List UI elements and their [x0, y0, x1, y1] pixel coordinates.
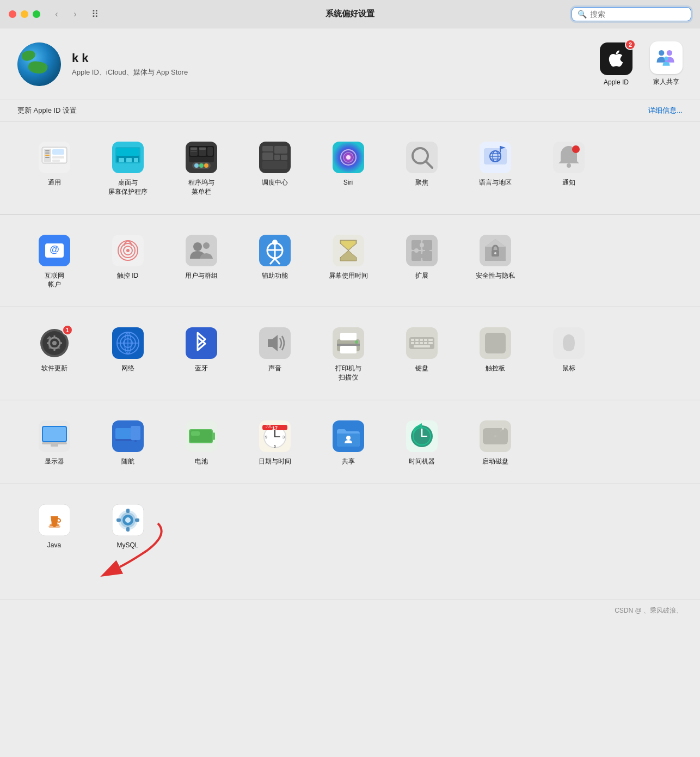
sound-item[interactable]: 声音 [238, 318, 311, 389]
internet-accounts-item[interactable]: @ 互联网 帐户 [17, 225, 91, 296]
svg-rect-26 [207, 147, 213, 156]
svg-rect-28 [191, 151, 197, 152]
internet-accounts-icon: @ [38, 234, 71, 267]
desktop-item[interactable]: 桌面与 屏幕保护程序 [91, 132, 164, 203]
battery-item[interactable]: 电池 [164, 411, 238, 473]
close-button[interactable] [9, 10, 16, 18]
bluetooth-label: 蓝牙 [195, 364, 208, 373]
svg-rect-39 [281, 155, 287, 160]
language-icon [479, 141, 512, 174]
users-groups-icon [185, 234, 218, 267]
back-button[interactable]: ‹ [49, 7, 64, 22]
sound-icon [259, 327, 291, 359]
mouse-item[interactable]: 鼠标 [532, 318, 605, 389]
software-update-item[interactable]: 1 软件更新 [17, 318, 91, 389]
mysql-item[interactable]: MySQL [91, 495, 164, 557]
time-machine-icon [406, 420, 438, 453]
svg-rect-35 [262, 152, 273, 160]
displays-item[interactable]: 显示器 [17, 411, 91, 473]
startup-disk-item[interactable]: 启动磁盘 [458, 411, 532, 473]
svg-rect-116 [340, 333, 357, 340]
spotlight-item[interactable]: 聚焦 [385, 132, 458, 203]
svg-rect-36 [274, 146, 287, 154]
svg-rect-40 [262, 161, 287, 169]
siri-label: Siri [343, 178, 353, 187]
update-banner: 更新 Apple ID 设置 详细信息... [0, 100, 700, 121]
startup-disk-icon [479, 420, 512, 453]
sidecar-item[interactable]: 随航 [91, 411, 164, 473]
svg-point-89 [425, 248, 429, 253]
security-privacy-item[interactable]: 安全性与隐私 [458, 225, 532, 296]
earth-image [17, 42, 61, 86]
svg-rect-13 [52, 160, 60, 162]
bluetooth-item[interactable]: 蓝牙 [164, 318, 238, 389]
forward-button[interactable]: › [67, 7, 83, 22]
svg-point-87 [414, 248, 419, 253]
sharing-item[interactable]: 共享 [311, 411, 385, 473]
svg-rect-183 [116, 518, 121, 522]
notifications-item[interactable]: 通知 [532, 132, 605, 203]
svg-text:@: @ [50, 244, 59, 255]
section4: 显示器 随航 [0, 400, 700, 484]
network-icon [112, 327, 144, 359]
battery-icon [185, 420, 218, 453]
grid-icon: ⠿ [91, 8, 99, 20]
svg-rect-117 [337, 344, 360, 346]
siri-item[interactable]: Siri [311, 132, 385, 203]
language-item[interactable]: 语言与地区 [458, 132, 532, 203]
network-item[interactable]: 网络 [91, 318, 164, 389]
section3: 1 软件更新 网络 [0, 307, 700, 400]
section5: Java [0, 484, 700, 600]
svg-point-32 [199, 163, 204, 168]
svg-rect-10 [45, 157, 50, 158]
date-time-item[interactable]: 12 3 6 9 17 JUL 日期与时间 [238, 411, 311, 473]
general-item[interactable]: 通用 [17, 132, 91, 203]
dock-item[interactable]: 程序坞与 菜单栏 [164, 132, 238, 203]
accessibility-icon [259, 234, 291, 267]
screen-time-item[interactable]: 屏幕使用时间 [311, 225, 385, 296]
family-action[interactable]: 家人共享 [650, 41, 683, 87]
svg-point-33 [204, 163, 208, 168]
printers-item[interactable]: 打印机与 扫描仪 [311, 318, 385, 389]
security-privacy-label: 安全性与隐私 [476, 271, 515, 280]
apple-id-action[interactable]: 2 Apple ID [600, 42, 633, 86]
svg-rect-138 [42, 442, 67, 444]
section3-grid: 1 软件更新 网络 [17, 318, 683, 389]
svg-rect-130 [428, 342, 433, 344]
time-machine-item[interactable]: 时间机器 [385, 411, 458, 473]
printers-label: 打印机与 扫描仪 [335, 364, 361, 382]
notifications-icon [552, 141, 585, 174]
svg-point-173 [494, 435, 496, 437]
trackpad-item[interactable]: 触控板 [458, 318, 532, 389]
svg-rect-124 [424, 339, 427, 341]
search-box[interactable]: 🔍 [572, 7, 691, 21]
battery-label: 电池 [195, 457, 208, 466]
users-groups-item[interactable]: 用户与群组 [164, 225, 238, 296]
svg-rect-128 [420, 342, 423, 344]
dock-icon [185, 141, 218, 174]
java-item[interactable]: Java [17, 495, 91, 557]
accessibility-label: 辅助功能 [262, 271, 288, 280]
detail-link[interactable]: 详细信息... [648, 106, 683, 115]
svg-text:17: 17 [272, 425, 277, 431]
mission-control-item[interactable]: 调度中心 [238, 132, 311, 203]
bluetooth-icon [185, 327, 218, 359]
language-label: 语言与地区 [479, 178, 512, 187]
search-input[interactable] [590, 10, 685, 19]
desktop-label: 桌面与 屏幕保护程序 [108, 178, 148, 197]
sidecar-icon [112, 420, 144, 453]
touch-id-label: 触控 ID [117, 271, 138, 280]
extensions-item[interactable]: 扩展 [385, 225, 458, 296]
keyboard-item[interactable]: 键盘 [385, 318, 458, 389]
startup-disk-label: 启动磁盘 [482, 457, 508, 466]
touch-id-item[interactable]: 触控 ID [91, 225, 164, 296]
accessibility-item[interactable]: 辅助功能 [238, 225, 311, 296]
screen-time-icon [332, 234, 365, 267]
svg-rect-27 [191, 148, 197, 150]
section2: @ 互联网 帐户 触控 [0, 215, 700, 308]
svg-rect-81 [406, 235, 438, 266]
minimize-button[interactable] [21, 10, 28, 18]
titlebar: ‹ › ⠿ 系统偏好设置 🔍 [0, 0, 700, 28]
fullscreen-button[interactable] [33, 10, 40, 18]
svg-rect-17 [116, 148, 139, 156]
